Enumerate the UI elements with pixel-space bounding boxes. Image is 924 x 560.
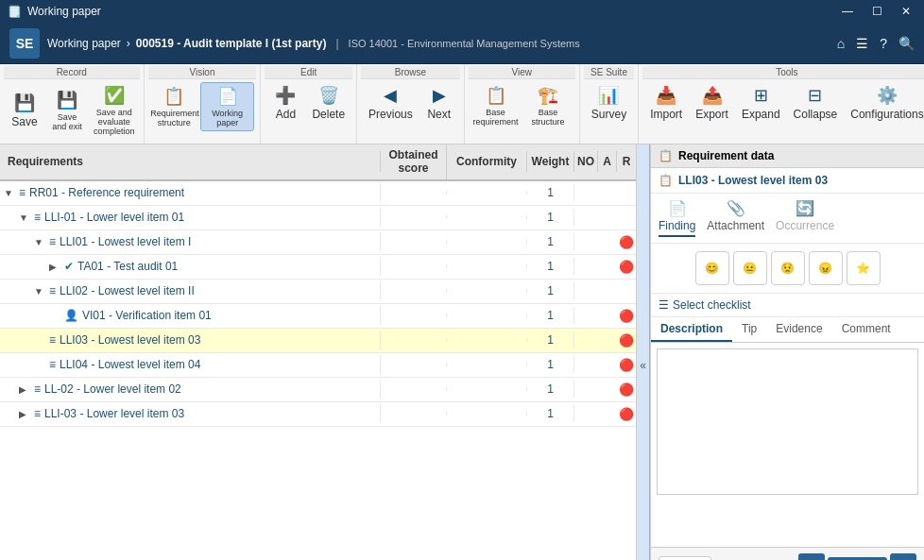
row-icon-lli02: ≡ <box>49 284 56 297</box>
rating-ok[interactable]: 😐 <box>733 251 767 285</box>
close-btn[interactable]: ✕ <box>896 3 916 20</box>
add-icon: ➕ <box>275 85 296 106</box>
base-req-button[interactable]: 📋 Base requirement <box>471 82 522 129</box>
expand-arrow-lli01-1[interactable]: ▼ <box>34 237 45 247</box>
rating-bad[interactable]: 😟 <box>771 251 805 285</box>
list-icon[interactable]: ☰ <box>856 36 868 51</box>
rating-star[interactable]: ⭐ <box>847 251 881 285</box>
table-row[interactable]: ▶ ≡ LL-02 - Lower level item 02 1 🔴 <box>0 378 636 402</box>
maximize-btn[interactable]: ☐ <box>866 3 888 20</box>
tab-attachment[interactable]: 📎 Attachment <box>707 199 764 237</box>
export-button[interactable]: 📤 Export <box>690 82 734 124</box>
row-conf-ll02 <box>447 387 527 391</box>
row-req-lli01-1[interactable]: ▼ ≡ LLI01 - Lowest level item I <box>0 232 381 251</box>
row-label-lli02: LLI02 - Lowest level item II <box>60 284 195 297</box>
save-eval-button[interactable]: ✅ Save and evaluate completion <box>91 82 137 139</box>
panel-collapse-button[interactable]: « <box>637 144 650 560</box>
desc-tab-comment[interactable]: Comment <box>832 317 900 342</box>
rating-great-emoji: 😊 <box>705 262 719 275</box>
table-row[interactable]: ▼ ≡ LLI-01 - Lower level item 01 1 <box>0 206 636 230</box>
minimize-btn[interactable]: — <box>836 3 859 20</box>
expand-button[interactable]: ⊞ Expand <box>736 82 786 124</box>
expand-arrow-lli-03[interactable]: ▶ <box>19 409 30 419</box>
search-icon[interactable]: 🔍 <box>898 36 915 51</box>
table-row[interactable]: ▶ ≡ LLI04 - Lowest level item 04 1 🔴 <box>0 353 636 378</box>
save-button[interactable]: 💾 Save <box>6 82 43 139</box>
row-score-lli04 <box>381 363 447 366</box>
panel-item-icon: 📋 <box>659 174 673 187</box>
table-row[interactable]: ▶ ≡ LLI-03 - Lower level item 03 1 🔴 <box>0 402 636 427</box>
row-req-ll02[interactable]: ▶ ≡ LL-02 - Lower level item 02 <box>0 380 381 399</box>
row-req-lli01[interactable]: ▼ ≡ LLI-01 - Lower level item 01 <box>0 208 381 227</box>
row-icon-rr01: ≡ <box>19 186 26 199</box>
table-row[interactable]: ▼ ≡ RR01 - Reference requirement 1 <box>0 181 636 206</box>
table-row[interactable]: ▼ ≡ LLI01 - Lowest level item I 1 🔴 <box>0 230 636 255</box>
expand-arrow-lli02[interactable]: ▼ <box>34 286 45 297</box>
prev-nav-button[interactable]: ‹ <box>798 553 825 560</box>
rating-great[interactable]: 😊 <box>695 251 729 285</box>
previous-button[interactable]: ◀ Previous <box>363 82 419 124</box>
row-icon-vi01: 👤 <box>64 309 78 322</box>
cancel-button[interactable]: Cancel <box>659 556 711 560</box>
desc-tab-tip[interactable]: Tip <box>732 317 766 342</box>
req-structure-button[interactable]: 📋 Requirement structure <box>150 82 198 131</box>
breadcrumb-record[interactable]: 000519 - Audit template I (1st party) <box>136 37 327 50</box>
row-r-lli04: 🔴 <box>617 358 636 372</box>
row-req-lli-03[interactable]: ▶ ≡ LLI-03 - Lower level item 03 <box>0 404 381 423</box>
row-r-lli01-1: 🔴 <box>617 235 636 249</box>
toolbar-group-vision: Vision 📋 Requirement structure 📄 Working… <box>145 64 262 144</box>
import-button[interactable]: 📥 Import <box>644 82 688 124</box>
expand-arrow-lli01[interactable]: ▼ <box>19 212 30 223</box>
working-paper-button[interactable]: 📄 Working paper <box>200 82 254 131</box>
th-requirements: Requirements <box>0 151 381 172</box>
panel-footer: Cancel ‹ Confirm › <box>651 547 924 560</box>
panel-tabs-row: 📄 Finding 📎 Attachment 🔄 Occurrence <box>651 194 924 244</box>
table-row[interactable]: ▼ ≡ LLI02 - Lowest level item II 1 <box>0 280 636 304</box>
row-req-lli04[interactable]: ▶ ≡ LLI04 - Lowest level item 04 <box>0 355 381 374</box>
base-struct-button[interactable]: 🏗️ Base structure <box>522 82 573 129</box>
table-row[interactable]: ▶ ≡ LLI03 - Lowest level item 03 1 🔴 <box>0 329 636 353</box>
expand-arrow-ll02[interactable]: ▶ <box>19 384 30 395</box>
toolbar-group-vision-label: Vision <box>148 66 257 79</box>
row-req-rr01[interactable]: ▼ ≡ RR01 - Reference requirement <box>0 183 381 202</box>
expand-arrow-rr01[interactable]: ▼ <box>4 188 15 198</box>
breadcrumb-app[interactable]: Working paper <box>47 37 121 50</box>
home-icon[interactable]: ⌂ <box>837 36 845 51</box>
th-obtained-score-text: Obtained score <box>388 148 437 175</box>
next-button[interactable]: ▶ Next <box>420 82 458 124</box>
rating-terrible[interactable]: 😠 <box>809 251 843 285</box>
window-controls[interactable]: — ☐ ✕ <box>836 3 916 20</box>
configurations-button[interactable]: ⚙️ Configurations <box>845 82 924 124</box>
tab-finding[interactable]: 📄 Finding <box>659 199 695 237</box>
row-req-vi01[interactable]: ▶ 👤 VI01 - Verification item 01 <box>0 306 381 325</box>
save-exit-button[interactable]: 💾 Save and exit <box>45 82 89 139</box>
desc-tab-description[interactable]: Description <box>651 317 732 342</box>
base-struct-label: Base structure <box>528 108 568 127</box>
row-icon-lli01: ≡ <box>34 211 41 224</box>
rating-terrible-emoji: 😠 <box>818 262 832 275</box>
help-icon[interactable]: ? <box>880 36 887 51</box>
working-paper-icon: 📄 <box>217 86 238 107</box>
desc-content <box>651 343 924 547</box>
add-button[interactable]: ➕ Add <box>266 82 304 124</box>
th-weight: Weight <box>527 151 574 172</box>
description-textarea[interactable] <box>657 348 918 495</box>
collapse-button[interactable]: ⊟ Collapse <box>788 82 844 124</box>
row-req-lli03[interactable]: ▶ ≡ LLI03 - Lowest level item 03 <box>0 331 381 349</box>
row-req-lli02[interactable]: ▼ ≡ LLI02 - Lowest level item II <box>0 281 381 300</box>
save-eval-label: Save and evaluate completion <box>94 108 135 136</box>
table-row[interactable]: ▶ ✔ TA01 - Test audit 01 1 🔴 <box>0 255 636 280</box>
tab-occurrence[interactable]: 🔄 Occurrence <box>776 199 834 237</box>
expand-arrow-ta01[interactable]: ▶ <box>49 262 60 272</box>
delete-button[interactable]: 🗑️ Delete <box>306 82 351 124</box>
rating-bad-emoji: 😟 <box>780 262 795 275</box>
survey-button[interactable]: 📊 Survey <box>586 82 632 124</box>
desc-tab-evidence[interactable]: Evidence <box>766 317 831 342</box>
row-score-ll02 <box>381 387 447 391</box>
select-checklist[interactable]: ☰ Select checklist <box>651 294 924 317</box>
table-row[interactable]: ▶ 👤 VI01 - Verification item 01 1 🔴 <box>0 304 636 329</box>
row-weight-rr01: 1 <box>527 184 574 201</box>
row-req-ta01[interactable]: ▶ ✔ TA01 - Test audit 01 <box>0 257 381 276</box>
next-nav-button[interactable]: › <box>890 553 916 560</box>
desc-tabs: Description Tip Evidence Comment <box>651 317 924 343</box>
